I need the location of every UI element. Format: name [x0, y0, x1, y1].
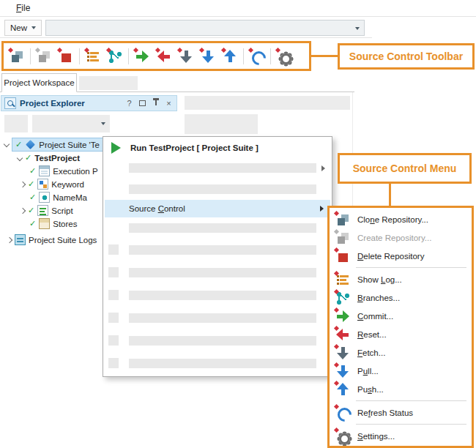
check-icon: ✓: [29, 219, 36, 228]
menu-item-redacted[interactable]: [103, 239, 332, 261]
menu-item-run-testproject[interactable]: Run TestProject [ Project Suite ]: [103, 138, 332, 157]
menu-item-source-control[interactable]: Source Control: [105, 200, 330, 217]
toolbar-fetch-button[interactable]: [175, 45, 197, 67]
toolbar-pull-button[interactable]: [197, 45, 219, 67]
keyword-tests-icon: [37, 179, 48, 190]
menu-separator: [330, 398, 472, 403]
menu-item-redacted[interactable]: [103, 329, 332, 352]
help-button[interactable]: ?: [124, 98, 134, 108]
expander-down-icon[interactable]: [17, 154, 23, 160]
menu-item-redacted[interactable]: [103, 284, 332, 307]
tree-item-label: Execution P: [53, 167, 97, 176]
push-icon: [335, 381, 351, 397]
name-mapping-icon: [39, 192, 50, 203]
tree-item-project-suite-logs[interactable]: Project Suite Logs: [4, 233, 100, 247]
tree-item-execution-plan[interactable]: ✓ Execution P: [26, 164, 101, 178]
menu-item-redacted[interactable]: [103, 352, 332, 375]
submenu-item-commit[interactable]: Commit...: [330, 307, 472, 325]
tree-item-stores[interactable]: ✓ Stores: [26, 217, 80, 231]
submenu-item-push[interactable]: Push...: [330, 380, 472, 398]
menu-item-redacted[interactable]: [103, 217, 332, 239]
pull-icon: [200, 48, 216, 64]
callout-label: Source Control Toolbar: [349, 51, 463, 62]
show-log-icon: [85, 48, 101, 64]
execution-plan-icon: [39, 165, 50, 176]
maximize-button[interactable]: [138, 98, 147, 108]
toolbar-refresh-status-button[interactable]: [246, 45, 268, 67]
toolbar-separator: [243, 48, 244, 64]
settings-gear-icon: [276, 48, 292, 64]
submenu-item-pull[interactable]: Pull...: [330, 362, 472, 380]
show-log-icon: [335, 272, 351, 288]
branches-icon: [335, 290, 351, 306]
toolbar-push-button[interactable]: [219, 45, 241, 67]
menu-item-redacted[interactable]: [103, 179, 332, 200]
submenu-item-label: Clone Repository...: [357, 215, 428, 224]
submenu-item-label: Pull...: [357, 367, 379, 376]
toolbar-reset-button[interactable]: [153, 45, 175, 67]
project-explorer-header: Project Explorer ? ×: [1, 95, 177, 111]
tree-item-keyword-tests[interactable]: ✓ Keyword: [18, 177, 87, 191]
toolbar-combobox[interactable]: [45, 20, 365, 36]
check-icon: ✓: [25, 153, 31, 163]
project-suite-icon: [25, 139, 36, 150]
toolbar-separator: [30, 48, 31, 64]
expander-right-icon[interactable]: [20, 207, 26, 213]
check-icon: ✓: [28, 179, 34, 189]
toolbar-show-log-button[interactable]: [82, 45, 104, 67]
redacted-text: [129, 245, 316, 255]
redacted-dropdown[interactable]: [32, 115, 110, 132]
tree-item-script[interactable]: ✓ Script: [18, 204, 76, 217]
refresh-status-icon: [249, 48, 265, 64]
menu-item-redacted[interactable]: [103, 307, 332, 329]
settings-gear-icon: [335, 428, 351, 444]
submenu-item-create-repository[interactable]: Create Repository...: [330, 228, 472, 247]
check-icon: ✓: [15, 140, 22, 149]
submenu-item-fetch[interactable]: Fetch...: [330, 343, 472, 362]
commit-icon: [335, 308, 351, 324]
tree-item-testproject[interactable]: ✓ TestProject: [15, 151, 83, 165]
expander-right-icon[interactable]: [20, 181, 26, 187]
redacted-toolbar-button[interactable]: [4, 115, 28, 132]
callout-source-control-toolbar: Source Control Toolbar: [338, 43, 475, 70]
redacted-tab[interactable]: [79, 76, 138, 90]
toolbar-create-repository-button[interactable]: [33, 45, 55, 67]
toolbar-clone-repository-button[interactable]: [6, 45, 28, 67]
submenu-item-branches[interactable]: Branches...: [330, 288, 472, 307]
callout-label: Source Control Menu: [353, 163, 457, 174]
submenu-item-clone-repository[interactable]: Clone Repository...: [330, 210, 472, 228]
clone-repository-icon: [9, 48, 25, 64]
menu-item-redacted[interactable]: [103, 157, 332, 179]
new-button[interactable]: New: [4, 20, 42, 36]
menu-item-redacted[interactable]: [103, 261, 332, 284]
tab-project-workspace[interactable]: Project Workspace: [1, 73, 77, 92]
callout-connector-line: [311, 55, 338, 57]
submenu-item-refresh-status[interactable]: Refresh Status: [330, 403, 472, 422]
expander-right-icon[interactable]: [7, 236, 12, 242]
pin-button[interactable]: [151, 98, 160, 108]
standard-toolbar: New: [0, 18, 372, 38]
commit-icon: [134, 48, 150, 64]
tree-item-project-suite[interactable]: ✓ Project Suite 'Te: [12, 138, 103, 152]
tree-item-label: NameMa: [53, 193, 87, 202]
callout-connector-line: [389, 184, 391, 206]
expander-down-icon[interactable]: [4, 141, 10, 147]
submenu-item-settings[interactable]: Settings...: [330, 427, 472, 445]
menu-file[interactable]: File: [10, 1, 36, 15]
toolbar-settings-button[interactable]: [273, 45, 295, 67]
submenu-item-label: Create Repository...: [357, 234, 431, 242]
close-button[interactable]: ×: [164, 98, 174, 108]
submenu-item-reset[interactable]: Reset...: [330, 325, 472, 343]
tree-item-label: Keyword: [51, 180, 84, 189]
submenu-item-delete-repository[interactable]: Delete Repository: [330, 247, 472, 265]
toolbar-delete-repository-button[interactable]: [55, 45, 77, 67]
tree-item-label: Project Suite Logs: [29, 236, 97, 244]
tree-item-name-mapping[interactable]: ✓ NameMa: [26, 190, 90, 204]
submenu-arrow-icon: [320, 206, 324, 212]
reset-icon: [156, 48, 172, 64]
submenu-item-show-log[interactable]: Show Log...: [330, 270, 472, 288]
redacted-text: [129, 313, 316, 323]
toolbar-commit-button[interactable]: [131, 45, 153, 67]
clone-repository-icon: [335, 212, 351, 228]
toolbar-branches-button[interactable]: [104, 45, 126, 67]
